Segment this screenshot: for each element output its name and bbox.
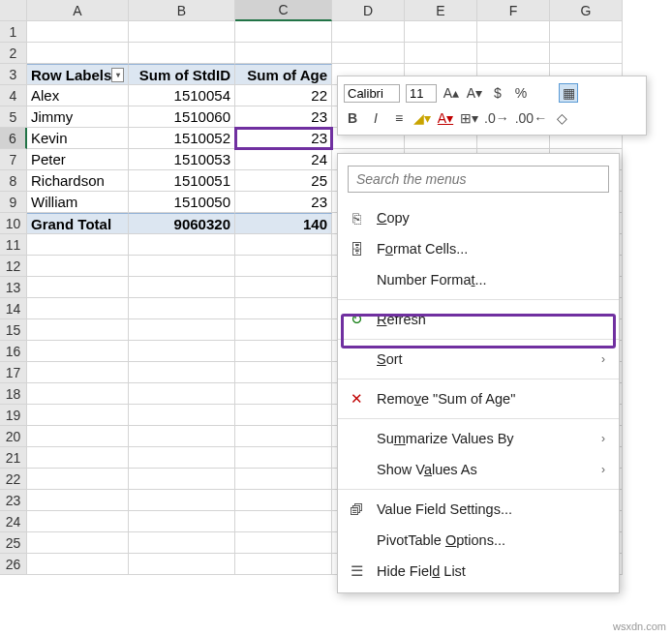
col-header-G[interactable]: G: [550, 0, 623, 21]
font-family-select[interactable]: [344, 84, 400, 103]
row-header-21[interactable]: 21: [0, 447, 27, 469]
pivot-row-age[interactable]: 22: [235, 85, 332, 106]
cell[interactable]: [550, 43, 623, 64]
cell[interactable]: [129, 554, 235, 575]
pivot-row-age[interactable]: 25: [235, 170, 332, 192]
cell[interactable]: [27, 447, 129, 469]
pivot-total-label[interactable]: Grand Total: [27, 213, 129, 234]
cell[interactable]: [235, 490, 332, 511]
row-header-20[interactable]: 20: [0, 426, 27, 447]
cell[interactable]: [235, 234, 332, 256]
pivot-row-stdid[interactable]: 1510050: [129, 192, 235, 213]
clear-format-icon[interactable]: ◇: [553, 108, 570, 128]
menu-hide-field-list[interactable]: ☰ Hide Field List: [338, 556, 619, 587]
menu-summarize[interactable]: Summarize Values By ›: [338, 423, 619, 454]
row-header-19[interactable]: 19: [0, 405, 27, 426]
pivot-row-label[interactable]: Peter: [27, 149, 129, 170]
cell[interactable]: [27, 256, 129, 277]
pivot-row-age[interactable]: 24: [235, 149, 332, 170]
pivot-row-label[interactable]: William: [27, 192, 129, 213]
cell[interactable]: [129, 277, 235, 298]
italic-button[interactable]: I: [367, 108, 384, 128]
cell[interactable]: [235, 341, 332, 362]
cell[interactable]: [129, 426, 235, 447]
cell[interactable]: [27, 298, 129, 319]
cell[interactable]: [129, 490, 235, 511]
row-header-13[interactable]: 13: [0, 277, 27, 298]
increase-font-icon[interactable]: A▴: [443, 83, 460, 103]
menu-field-settings[interactable]: 🗊 Value Field Settings...: [338, 494, 619, 525]
cell[interactable]: [129, 21, 235, 43]
font-size-select[interactable]: [406, 84, 437, 103]
cell[interactable]: [129, 469, 235, 490]
cell[interactable]: [235, 532, 332, 554]
cell[interactable]: [27, 554, 129, 575]
cell[interactable]: [27, 532, 129, 554]
cell[interactable]: [129, 43, 235, 64]
row-header-17[interactable]: 17: [0, 362, 27, 383]
comma-icon[interactable]: ゝ: [535, 83, 553, 103]
cell[interactable]: [27, 405, 129, 426]
pivot-row-label[interactable]: Alex: [27, 85, 129, 106]
row-header-18[interactable]: 18: [0, 383, 27, 405]
cell[interactable]: [235, 469, 332, 490]
cell[interactable]: [235, 426, 332, 447]
decrease-font-icon[interactable]: A▾: [466, 83, 483, 103]
pivot-header-age[interactable]: Sum of Age: [235, 64, 332, 85]
font-color-icon[interactable]: A▾: [437, 108, 454, 128]
cell[interactable]: [332, 21, 405, 43]
cell[interactable]: [235, 319, 332, 341]
menu-show-as[interactable]: Show Values As ›: [338, 454, 619, 485]
pivot-row-age[interactable]: 23: [235, 192, 332, 213]
cell[interactable]: [129, 234, 235, 256]
menu-number-format[interactable]: Number Format...: [338, 264, 619, 295]
cell[interactable]: [332, 43, 405, 64]
fill-color-icon[interactable]: ◢▾: [413, 108, 431, 128]
row-header-24[interactable]: 24: [0, 511, 27, 532]
cell[interactable]: [235, 554, 332, 575]
decrease-decimal-icon[interactable]: .00←: [515, 108, 547, 128]
selected-cell[interactable]: 23: [235, 128, 332, 149]
cell[interactable]: [27, 43, 129, 64]
row-header-9[interactable]: 9: [0, 192, 27, 213]
row-header-1[interactable]: 1: [0, 21, 27, 43]
cell[interactable]: [235, 447, 332, 469]
row-header-16[interactable]: 16: [0, 341, 27, 362]
cell[interactable]: [405, 21, 477, 43]
row-header-2[interactable]: 2: [0, 43, 27, 64]
format-painter-icon[interactable]: ▦: [559, 83, 578, 103]
pivot-total-age[interactable]: 140: [235, 213, 332, 234]
row-header-10[interactable]: 10: [0, 213, 27, 234]
col-header-F[interactable]: F: [477, 0, 550, 21]
cell[interactable]: [235, 256, 332, 277]
menu-remove[interactable]: ✕ Remove "Sum of Age": [338, 383, 619, 414]
pivot-row-stdid[interactable]: 1510054: [129, 85, 235, 106]
pivot-total-stdid[interactable]: 9060320: [129, 213, 235, 234]
row-header-14[interactable]: 14: [0, 298, 27, 319]
pivot-header-stdid[interactable]: Sum of StdID: [129, 64, 235, 85]
borders-icon[interactable]: ⊞▾: [460, 108, 478, 128]
pivot-header-rowlabels[interactable]: Row Labels▾: [27, 64, 129, 85]
row-header-12[interactable]: 12: [0, 256, 27, 277]
menu-search-input[interactable]: [348, 166, 609, 193]
row-header-8[interactable]: 8: [0, 170, 27, 192]
cell[interactable]: [27, 469, 129, 490]
menu-format-cells[interactable]: 🗄 Format Cells...: [338, 233, 619, 264]
menu-sort[interactable]: Sort ›: [338, 344, 619, 375]
cell[interactable]: [405, 43, 477, 64]
align-icon[interactable]: ≡: [390, 108, 408, 128]
row-header-26[interactable]: 26: [0, 554, 27, 575]
menu-refresh[interactable]: ↻ Refresh: [338, 304, 619, 335]
increase-decimal-icon[interactable]: .0→: [484, 108, 509, 128]
cell[interactable]: [235, 21, 332, 43]
row-header-22[interactable]: 22: [0, 469, 27, 490]
cell[interactable]: [477, 21, 550, 43]
row-header-5[interactable]: 5: [0, 106, 27, 128]
row-header-15[interactable]: 15: [0, 319, 27, 341]
cell[interactable]: [27, 383, 129, 405]
menu-pivot-options[interactable]: PivotTable Options...: [338, 525, 619, 556]
cell[interactable]: [27, 362, 129, 383]
row-header-11[interactable]: 11: [0, 234, 27, 256]
cell[interactable]: [129, 383, 235, 405]
cell[interactable]: [129, 405, 235, 426]
